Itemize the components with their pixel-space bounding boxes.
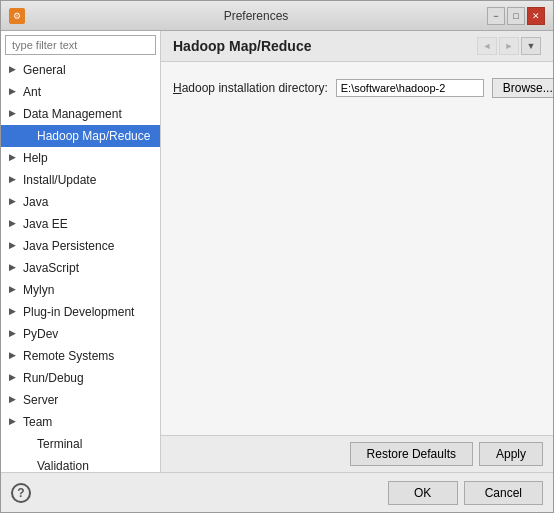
expand-arrow-icon: ▶ <box>9 261 21 275</box>
sidebar-item-label: Data Management <box>23 105 122 123</box>
bottom-bar: ? OK Cancel <box>1 472 553 512</box>
expand-arrow-icon: ▶ <box>9 63 21 77</box>
maximize-button[interactable]: □ <box>507 7 525 25</box>
sidebar-item-label: Remote Systems <box>23 347 114 365</box>
sidebar-item-label: Ant <box>23 83 41 101</box>
sidebar-item-label: Java EE <box>23 215 68 233</box>
sidebar-item-label: Terminal <box>37 435 82 453</box>
expand-arrow-icon: ▶ <box>9 371 21 385</box>
filter-input[interactable] <box>5 35 156 55</box>
sidebar-item-label: Team <box>23 413 52 431</box>
sidebar-item-label: Install/Update <box>23 171 96 189</box>
panel-body: Hadoop installation directory: Browse... <box>161 62 553 435</box>
sidebar-item-label: Server <box>23 391 58 409</box>
sidebar-item-terminal[interactable]: Terminal <box>1 433 160 455</box>
sidebar-item-pydev[interactable]: ▶PyDev <box>1 323 160 345</box>
apply-button[interactable]: Apply <box>479 442 543 466</box>
browse-button[interactable]: Browse... <box>492 78 553 98</box>
tree-container: ▶General▶Ant▶Data ManagementHadoop Map/R… <box>1 59 160 472</box>
expand-arrow-icon: ▶ <box>9 239 21 253</box>
sidebar-item-remote-systems[interactable]: ▶Remote Systems <box>1 345 160 367</box>
main-content: ▶General▶Ant▶Data ManagementHadoop Map/R… <box>1 31 553 472</box>
sidebar-item-help[interactable]: ▶Help <box>1 147 160 169</box>
window-title: Preferences <box>25 9 487 23</box>
sidebar-item-label: PyDev <box>23 325 58 343</box>
expand-arrow-icon: ▶ <box>9 393 21 407</box>
sidebar-item-label: Java <box>23 193 48 211</box>
sidebar-item-label: General <box>23 61 66 79</box>
help-icon[interactable]: ? <box>11 483 31 503</box>
app-icon: ⚙ <box>9 8 25 24</box>
nav-forward-button[interactable]: ► <box>499 37 519 55</box>
title-bar: ⚙ Preferences − □ ✕ <box>1 1 553 31</box>
sidebar-item-label: Mylyn <box>23 281 54 299</box>
sidebar-item-label: Plug-in Development <box>23 303 134 321</box>
right-panel: Hadoop Map/Reduce ◄ ► ▼ Hadoop installat… <box>161 31 553 472</box>
sidebar-item-java[interactable]: ▶Java <box>1 191 160 213</box>
expand-arrow-icon: ▶ <box>9 151 21 165</box>
sidebar-item-label: Help <box>23 149 48 167</box>
panel-footer: Restore Defaults Apply <box>161 435 553 472</box>
ok-button[interactable]: OK <box>388 481 458 505</box>
sidebar-item-java-persistence[interactable]: ▶Java Persistence <box>1 235 160 257</box>
sidebar: ▶General▶Ant▶Data ManagementHadoop Map/R… <box>1 31 161 472</box>
sidebar-item-data-management[interactable]: ▶Data Management <box>1 103 160 125</box>
expand-arrow-icon: ▶ <box>9 217 21 231</box>
installation-dir-label: Hadoop installation directory: <box>173 81 328 95</box>
sidebar-item-label: Run/Debug <box>23 369 84 387</box>
expand-arrow-icon: ▶ <box>9 349 21 363</box>
sidebar-item-java-ee[interactable]: ▶Java EE <box>1 213 160 235</box>
panel-header: Hadoop Map/Reduce ◄ ► ▼ <box>161 31 553 62</box>
panel-nav: ◄ ► ▼ <box>477 37 541 55</box>
window-controls: − □ ✕ <box>487 7 545 25</box>
sidebar-item-team[interactable]: ▶Team <box>1 411 160 433</box>
bottom-buttons: OK Cancel <box>388 481 543 505</box>
expand-arrow-icon: ▶ <box>9 85 21 99</box>
nav-back-button[interactable]: ◄ <box>477 37 497 55</box>
expand-arrow-icon: ▶ <box>9 305 21 319</box>
sidebar-item-plugin-dev[interactable]: ▶Plug-in Development <box>1 301 160 323</box>
sidebar-item-server[interactable]: ▶Server <box>1 389 160 411</box>
sidebar-item-label: Java Persistence <box>23 237 114 255</box>
sidebar-item-hadoop[interactable]: Hadoop Map/Reduce <box>1 125 160 147</box>
expand-arrow-icon: ▶ <box>9 415 21 429</box>
expand-arrow-icon: ▶ <box>9 195 21 209</box>
expand-arrow-icon: ▶ <box>9 327 21 341</box>
sidebar-item-general[interactable]: ▶General <box>1 59 160 81</box>
cancel-button[interactable]: Cancel <box>464 481 543 505</box>
minimize-button[interactable]: − <box>487 7 505 25</box>
restore-defaults-button[interactable]: Restore Defaults <box>350 442 473 466</box>
sidebar-item-mylyn[interactable]: ▶Mylyn <box>1 279 160 301</box>
preferences-window: ⚙ Preferences − □ ✕ ▶General▶Ant▶Data Ma… <box>0 0 554 513</box>
installation-dir-row: Hadoop installation directory: Browse... <box>173 78 541 98</box>
sidebar-item-javascript[interactable]: ▶JavaScript <box>1 257 160 279</box>
expand-arrow-icon: ▶ <box>9 173 21 187</box>
expand-arrow-icon: ▶ <box>9 107 21 121</box>
nav-dropdown-button[interactable]: ▼ <box>521 37 541 55</box>
sidebar-item-ant[interactable]: ▶Ant <box>1 81 160 103</box>
sidebar-item-label: JavaScript <box>23 259 79 277</box>
sidebar-item-validation[interactable]: Validation <box>1 455 160 472</box>
expand-arrow-icon: ▶ <box>9 283 21 297</box>
sidebar-item-label: Hadoop Map/Reduce <box>37 127 150 145</box>
panel-title: Hadoop Map/Reduce <box>173 38 311 54</box>
close-button[interactable]: ✕ <box>527 7 545 25</box>
sidebar-item-run-debug[interactable]: ▶Run/Debug <box>1 367 160 389</box>
sidebar-item-label: Validation <box>37 457 89 472</box>
sidebar-item-install-update[interactable]: ▶Install/Update <box>1 169 160 191</box>
installation-dir-input[interactable] <box>336 79 484 97</box>
